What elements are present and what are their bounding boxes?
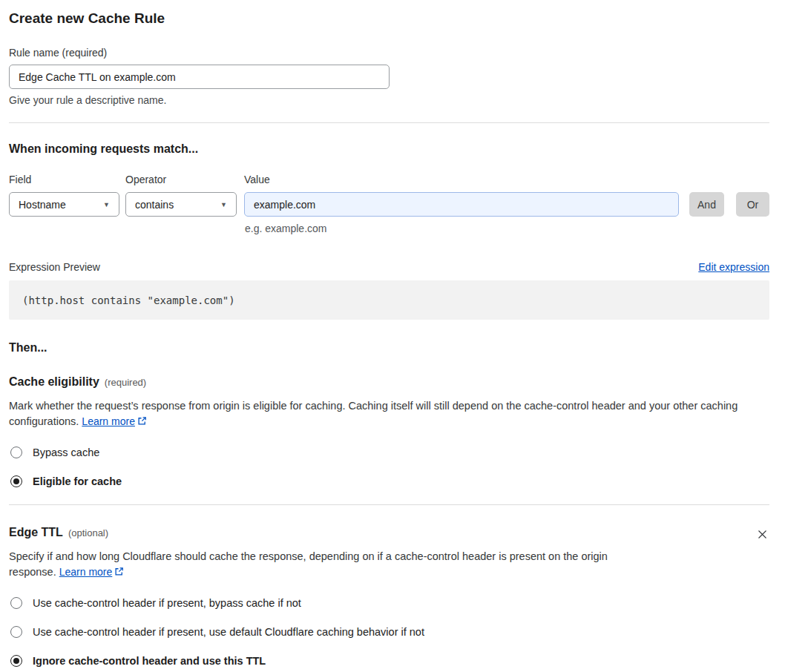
edge-ttl-learn-more-link[interactable]: Learn more (59, 566, 113, 578)
expression-code-block: (http.host contains "example.com") (9, 280, 769, 320)
radio-option-use-header-default[interactable]: Use cache-control header if present, use… (9, 626, 769, 638)
rule-name-help: Give your rule a descriptive name. (9, 94, 769, 106)
edit-expression-link[interactable]: Edit expression (698, 261, 769, 273)
edge-ttl-qualifier: (optional) (68, 527, 108, 538)
radio-icon[interactable] (10, 597, 22, 609)
cache-eligibility-learn-more-link[interactable]: Learn more (82, 415, 135, 427)
radio-label: Ignore cache-control header and use this… (33, 655, 266, 667)
external-link-icon (137, 415, 147, 430)
divider (9, 504, 769, 505)
radio-label: Use cache-control header if present, byp… (33, 597, 301, 609)
cache-eligibility-section: Cache eligibility (required) Mark whethe… (9, 375, 769, 487)
or-button[interactable]: Or (736, 192, 769, 217)
operator-label: Operator (125, 174, 244, 185)
external-link-icon (114, 565, 124, 581)
value-label: Value (244, 174, 769, 185)
chevron-down-icon: ▼ (103, 201, 110, 208)
and-button[interactable]: And (689, 192, 724, 217)
radio-label: Eligible for cache (33, 475, 122, 487)
radio-option-ignore-header-use-ttl[interactable]: Ignore cache-control header and use this… (9, 655, 769, 667)
cache-eligibility-qualifier: (required) (105, 377, 146, 388)
rule-name-label: Rule name (required) (9, 47, 769, 59)
divider (9, 122, 769, 123)
radio-icon[interactable] (10, 475, 22, 487)
match-section: When incoming requests match... Field Op… (9, 142, 769, 234)
radio-label: Use cache-control header if present, use… (33, 626, 424, 638)
radio-icon[interactable] (10, 655, 22, 667)
field-label: Field (9, 174, 125, 185)
field-select[interactable]: Hostname ▼ (9, 192, 119, 217)
value-help: e.g. example.com (245, 223, 769, 234)
radio-icon[interactable] (10, 447, 22, 458)
cache-eligibility-heading: Cache eligibility (9, 375, 99, 389)
radio-icon[interactable] (10, 626, 22, 638)
close-button[interactable] (755, 527, 769, 541)
operator-select-value: contains (135, 199, 174, 211)
value-input[interactable] (244, 192, 679, 217)
edge-ttl-section: Edge TTL (optional) Specify if and how l… (9, 526, 769, 672)
operator-select[interactable]: contains ▼ (125, 192, 237, 217)
expression-code: (http.host contains "example.com") (22, 294, 235, 306)
page-title: Create new Cache Rule (9, 10, 769, 27)
close-icon (757, 529, 768, 540)
radio-option-use-header-bypass[interactable]: Use cache-control header if present, byp… (9, 597, 769, 609)
expression-preview-label: Expression Preview (9, 261, 100, 273)
edge-ttl-heading: Edge TTL (9, 526, 63, 539)
match-heading: When incoming requests match... (9, 142, 769, 156)
field-select-value: Hostname (19, 199, 66, 211)
then-heading: Then... (9, 341, 769, 355)
radio-label: Bypass cache (33, 447, 99, 458)
chevron-down-icon: ▼ (220, 201, 227, 208)
radio-option-bypass-cache[interactable]: Bypass cache (9, 447, 769, 458)
radio-option-eligible-for-cache[interactable]: Eligible for cache (9, 475, 769, 487)
rule-name-input[interactable] (9, 65, 390, 89)
